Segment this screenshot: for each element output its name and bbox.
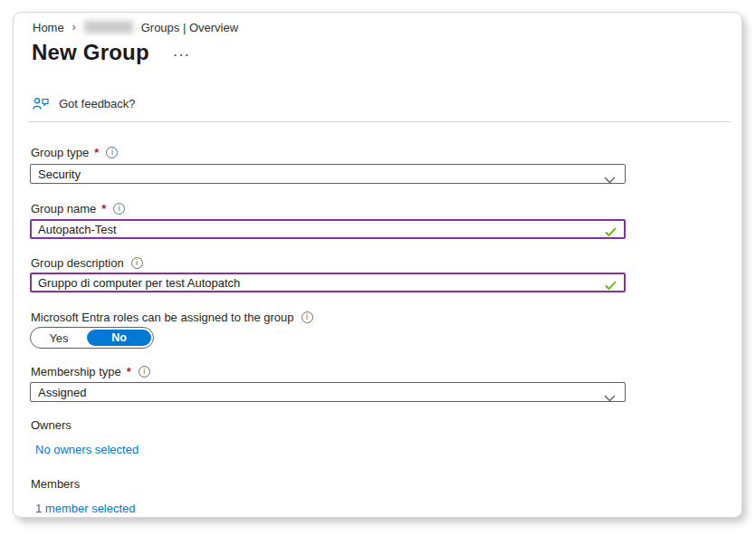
got-feedback-button[interactable]: Got feedback? [33,96,136,110]
breadcrumb-separator-icon: › [72,21,76,34]
group-description-label-row: Group description i [31,255,143,270]
membership-type-label-row: Membership type * i [31,364,150,378]
membership-type-label: Membership type [31,365,121,378]
group-description-field [30,273,626,292]
group-description-input[interactable] [32,275,624,292]
chevron-down-icon [604,171,616,187]
toggle-no-button[interactable]: No [87,330,151,346]
entra-roles-toggle: Yes No [30,327,154,349]
info-icon[interactable]: i [139,366,150,378]
page-title: New Group [32,40,149,65]
feedback-icon [33,96,50,110]
breadcrumb: Home › Groups | Overview [33,17,238,37]
breadcrumb-home[interactable]: Home [33,21,64,34]
got-feedback-label: Got feedback? [59,97,136,110]
divider [28,121,731,122]
membership-type-dropdown[interactable]: Assigned [30,382,626,402]
group-name-field [30,219,626,239]
title-row: New Group ··· [32,40,191,65]
membership-type-value: Assigned [31,386,86,399]
required-marker: * [127,365,131,378]
owners-link[interactable]: No owners selected [35,443,139,456]
group-type-dropdown[interactable]: Security [30,164,626,184]
members-label: Members [31,477,80,491]
info-icon[interactable]: i [113,203,125,215]
valid-check-icon [605,225,617,241]
group-name-label-row: Group name * i [31,201,125,215]
group-type-label: Group type [31,146,89,159]
new-group-panel: Home › Groups | Overview New Group ··· G… [13,12,742,518]
group-type-value: Security [31,168,81,181]
chevron-down-icon [604,389,616,406]
breadcrumb-groups-overview[interactable]: Groups | Overview [141,21,238,34]
members-link[interactable]: 1 member selected [35,502,136,515]
group-name-input[interactable] [32,222,624,238]
group-name-label: Group name [31,202,96,215]
more-menu-icon[interactable]: ··· [174,48,191,62]
breadcrumb-redacted-item[interactable] [84,21,133,34]
entra-roles-label: Microsoft Entra roles can be assigned to… [31,311,294,324]
group-description-label: Group description [31,256,124,270]
required-marker: * [101,202,106,215]
toggle-yes-button[interactable]: Yes [31,331,87,345]
owners-label: Owners [31,418,72,432]
info-icon[interactable]: i [301,311,313,323]
info-icon[interactable]: i [106,147,118,158]
valid-check-icon [605,278,617,294]
info-icon[interactable]: i [131,257,143,269]
entra-roles-label-row: Microsoft Entra roles can be assigned to… [31,310,313,324]
required-marker: * [94,146,99,159]
group-type-label-row: Group type * i [31,145,118,159]
